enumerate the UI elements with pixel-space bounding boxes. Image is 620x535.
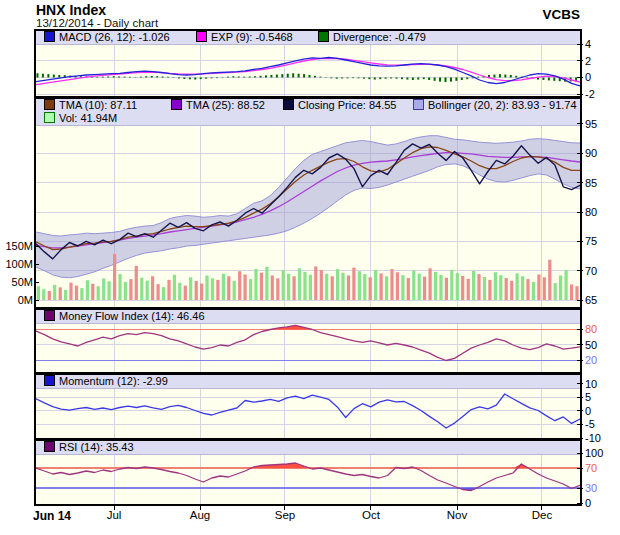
y-axis-tick: 0 <box>585 497 591 509</box>
brand-logo: VCBS <box>542 7 580 22</box>
y-tick-mark <box>577 60 583 61</box>
legend-item-mfi: Money Flow Index (14): 46.46 <box>44 310 205 323</box>
tma25-swatch-icon <box>171 99 182 110</box>
rsi-legend: RSI (14): 35.43 <box>36 441 580 455</box>
volume-swatch-icon <box>44 112 55 123</box>
legend-label: EXP (9): -0.5468 <box>211 31 293 43</box>
legend-item-bollinger: Bollinger (20, 2): 83.93 - 91.74 <box>413 99 577 112</box>
y-axis-tick: 4 <box>585 38 591 50</box>
legend-label: TMA (25): 88.52 <box>186 99 265 111</box>
chart-subtitle: 13/12/2014 - Daily chart <box>36 17 158 29</box>
macd-swatch-icon <box>44 31 55 42</box>
legend-label: Momentum (12): -2.99 <box>59 375 168 387</box>
legend-label: Vol: 41.94M <box>59 112 117 124</box>
rsi-panel: RSI (14): 35.43 <box>36 441 580 504</box>
volume-tick-mark <box>34 264 39 265</box>
macd-legend: MACD (26, 12): -1.026 EXP (9): -0.5468 D… <box>36 31 580 45</box>
legend-item-exp: EXP (9): -0.5468 <box>196 31 293 44</box>
close-swatch-icon <box>283 99 294 110</box>
x-axis-start-label: Jun 14 <box>33 509 71 523</box>
y-tick-mark <box>577 438 583 439</box>
y-tick-mark <box>577 468 583 469</box>
momentum-panel: Momentum (12): -2.99 <box>36 375 580 438</box>
x-axis-label: Nov <box>447 509 467 521</box>
exp-swatch-icon <box>196 31 207 42</box>
y-tick-mark <box>577 344 583 345</box>
y-axis-tick: -5 <box>585 418 595 430</box>
y-tick-mark <box>577 453 583 454</box>
y-axis-tick: -2 <box>585 88 595 100</box>
legend-item-momentum: Momentum (12): -2.99 <box>44 375 168 388</box>
y-tick-mark <box>577 153 583 154</box>
x-tick-mark <box>541 505 542 510</box>
x-axis-label: Jul <box>107 509 122 521</box>
y-tick-mark <box>577 410 583 411</box>
x-axis-label: Sep <box>275 509 295 521</box>
y-axis-tick: 85 <box>585 177 597 189</box>
y-tick-mark <box>577 270 583 271</box>
volume-axis-tick: 150M <box>2 240 33 252</box>
x-tick-mark <box>457 505 458 510</box>
x-tick-mark <box>370 505 371 510</box>
stock-chart-page: HNX Index 13/12/2014 - Daily chart VCBS … <box>0 0 620 535</box>
y-tick-mark <box>577 383 583 384</box>
y-tick-mark <box>577 503 583 504</box>
y-axis-tick: 30 <box>585 482 597 494</box>
y-axis-tick: 20 <box>585 354 597 366</box>
legend-item-tma10: TMA (10): 87.11 <box>44 99 137 112</box>
y-axis-tick: 70 <box>585 462 597 474</box>
y-axis-tick: 70 <box>585 265 597 277</box>
legend-label: Bollinger (20, 2): 83.93 - 91.74 <box>428 99 577 111</box>
momentum-legend: Momentum (12): -2.99 <box>36 375 580 389</box>
legend-item-macd: MACD (26, 12): -1.026 <box>44 31 170 44</box>
price-panel: TMA (10): 87.11 TMA (25): 88.52 Closing … <box>36 99 580 307</box>
price-legend: TMA (10): 87.11 TMA (25): 88.52 Closing … <box>36 99 580 126</box>
y-axis-tick: -10 <box>585 432 601 444</box>
y-axis-tick: 10 <box>585 378 597 390</box>
y-axis-tick: 50 <box>585 339 597 351</box>
y-axis-tick: 100 <box>585 447 603 459</box>
momentum-swatch-icon <box>44 375 55 386</box>
y-tick-mark <box>577 44 583 45</box>
y-axis-tick: 65 <box>585 294 597 306</box>
y-tick-mark <box>577 212 583 213</box>
y-tick-mark <box>577 182 583 183</box>
y-tick-mark <box>577 241 583 242</box>
legend-label: RSI (14): 35.43 <box>59 441 134 453</box>
y-tick-mark <box>577 77 583 78</box>
legend-item-tma25: TMA (25): 88.52 <box>171 99 265 112</box>
y-axis-tick: 0 <box>585 405 591 417</box>
price-plot <box>36 99 580 307</box>
page-title: HNX Index <box>36 2 106 18</box>
y-axis-tick: 95 <box>585 118 597 130</box>
x-axis-label: Dec <box>532 509 552 521</box>
volume-tick-mark <box>34 282 39 283</box>
volume-axis-tick: 50M <box>2 276 33 288</box>
y-axis-tick: 2 <box>585 55 591 67</box>
legend-label: MACD (26, 12): -1.026 <box>59 31 170 43</box>
legend-item-close: Closing Price: 84.55 <box>283 99 396 112</box>
legend-label: TMA (10): 87.11 <box>59 99 137 111</box>
x-tick-mark <box>200 505 201 510</box>
y-tick-mark <box>577 329 583 330</box>
legend-label: Money Flow Index (14): 46.46 <box>59 310 205 322</box>
x-axis-label: Oct <box>362 509 380 521</box>
volume-axis-tick: 100M <box>2 258 33 270</box>
x-tick-mark <box>114 505 115 510</box>
rsi-swatch-icon <box>44 441 55 452</box>
legend-item-rsi: RSI (14): 35.43 <box>44 441 134 454</box>
tma10-swatch-icon <box>44 99 55 110</box>
volume-axis-tick: 0M <box>2 294 33 306</box>
y-tick-mark <box>577 360 583 361</box>
legend-item-divergence: Divergence: -0.479 <box>318 31 426 44</box>
y-axis-tick: 75 <box>585 235 597 247</box>
y-tick-mark <box>577 488 583 489</box>
divergence-swatch-icon <box>318 31 329 42</box>
y-tick-mark <box>577 397 583 398</box>
x-axis-label: Aug <box>190 509 210 521</box>
mfi-legend: Money Flow Index (14): 46.46 <box>36 310 580 324</box>
y-axis-tick: 0 <box>585 71 591 83</box>
legend-label: Closing Price: 84.55 <box>298 99 396 111</box>
y-axis-tick: 80 <box>585 206 597 218</box>
y-axis-tick: 90 <box>585 147 597 159</box>
